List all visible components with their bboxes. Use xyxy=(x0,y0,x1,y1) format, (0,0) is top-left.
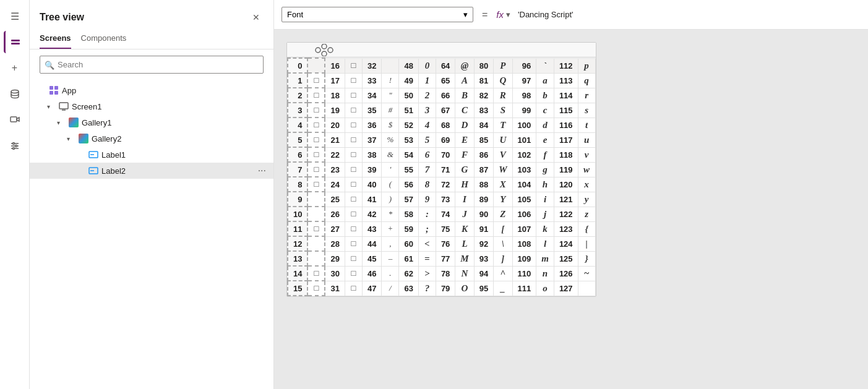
table-cell-num: 24 xyxy=(325,177,345,192)
table-cell-num: 74 xyxy=(436,207,455,221)
table-cell-glyph: = xyxy=(418,251,436,266)
table-cell-glyph: Z xyxy=(494,207,512,221)
table-cell-glyph: q xyxy=(578,73,595,88)
tree-item-label2[interactable]: Label2 ··· xyxy=(30,163,273,179)
content-area: 016□3248064@80P96`112p1□17□33!49165A81Q9… xyxy=(274,30,868,389)
table-cell-glyph: y xyxy=(578,192,595,207)
table-cell-num: 30 xyxy=(325,266,345,281)
table-cell-glyph: B xyxy=(455,88,474,103)
data-icon[interactable] xyxy=(4,83,26,105)
table-cell-glyph: $ xyxy=(382,118,399,132)
table-cell-glyph: □ xyxy=(307,147,325,162)
table-cell-glyph: ~ xyxy=(578,266,595,281)
table-cell-glyph: ( xyxy=(382,177,399,192)
table-cell-num: 92 xyxy=(474,236,493,251)
table-cell-num: 77 xyxy=(436,251,455,266)
table-cell-glyph: □ xyxy=(307,103,325,118)
svg-point-7 xyxy=(12,143,14,145)
table-cell-glyph: □ xyxy=(345,281,362,296)
more-options-icon[interactable]: ··· xyxy=(256,165,269,176)
tree-item-gallery2[interactable]: ▾ Gallery2 xyxy=(30,130,273,147)
table-cell-num: 23 xyxy=(325,162,345,177)
table-cell-num: 124 xyxy=(554,236,578,251)
gallery1-label: Gallery1 xyxy=(82,118,269,127)
table-cell-num: 39 xyxy=(362,162,381,177)
table-cell-glyph: ? xyxy=(418,281,436,296)
table-cell-num: 45 xyxy=(362,251,381,266)
table-cell-glyph: □ xyxy=(345,58,362,73)
label1-icon xyxy=(88,149,99,160)
table-cell-num: 63 xyxy=(399,281,418,296)
tree-view-title: Tree view xyxy=(40,12,84,23)
table-cell-num: 65 xyxy=(436,73,455,88)
table-cell-num: 57 xyxy=(399,192,418,207)
table-cell-glyph: □ xyxy=(345,88,362,103)
tree-item-gallery1[interactable]: ▾ Gallery1 xyxy=(30,114,273,130)
tree-header: Tree view ✕ xyxy=(30,0,273,30)
table-cell-glyph: < xyxy=(418,236,436,251)
table-cell-glyph: □ xyxy=(345,103,362,118)
table-cell-glyph: □ xyxy=(345,147,362,162)
table-cell-num: 36 xyxy=(362,118,381,132)
hamburger-menu-icon[interactable]: ☰ xyxy=(4,5,26,27)
table-cell-glyph: □ xyxy=(345,236,362,251)
table-cell-glyph: A xyxy=(455,73,474,88)
table-cell-num: 84 xyxy=(474,118,493,132)
table-cell-num: 70 xyxy=(436,147,455,162)
table-cell-glyph: e xyxy=(536,132,554,147)
search-input[interactable] xyxy=(40,56,264,74)
table-cell-glyph: " xyxy=(382,88,399,103)
table-cell-glyph: □ xyxy=(345,132,362,147)
svg-point-8 xyxy=(15,145,17,147)
svg-rect-3 xyxy=(11,117,17,122)
table-cell-num: 58 xyxy=(399,207,418,221)
screen1-label: Screen1 xyxy=(72,102,269,111)
table-cell-glyph: □ xyxy=(345,207,362,221)
table-cell-glyph: 5 xyxy=(418,132,436,147)
table-cell-num: 126 xyxy=(554,266,578,281)
table-cell-glyph: – xyxy=(382,251,399,266)
table-cell-num: 33 xyxy=(362,73,381,88)
svg-rect-0 xyxy=(11,40,20,41)
table-cell-num: 101 xyxy=(512,132,536,147)
table-cell-num: 85 xyxy=(474,132,493,147)
table-cell-glyph: _ xyxy=(494,281,512,296)
dropdown-chevron-icon: ▾ xyxy=(463,10,468,19)
table-cell-num: 69 xyxy=(436,132,455,147)
tree-item-label1[interactable]: Label1 xyxy=(30,147,273,163)
tab-components[interactable]: Components xyxy=(81,30,127,49)
table-cell-glyph: [ xyxy=(494,221,512,236)
font-dropdown[interactable]: Font ▾ xyxy=(281,7,473,22)
label1-label: Label1 xyxy=(101,150,269,160)
table-cell-num: 60 xyxy=(399,236,418,251)
tree-item-screen1[interactable]: ▾ Screen1 xyxy=(30,98,273,114)
table-cell-num: 28 xyxy=(325,236,345,251)
table-cell-num: 122 xyxy=(554,207,578,221)
close-button[interactable]: ✕ xyxy=(249,10,264,25)
tree-item-app[interactable]: App xyxy=(30,82,273,98)
layers-icon[interactable] xyxy=(4,31,26,53)
formula-chevron-icon[interactable]: ▾ xyxy=(506,10,510,19)
table-cell-num: 44 xyxy=(362,236,381,251)
search-icon: 🔍 xyxy=(45,60,54,69)
tree-tabs: Screens Components xyxy=(30,30,273,49)
add-icon[interactable]: + xyxy=(4,57,26,79)
table-cell-glyph: □ xyxy=(345,192,362,207)
table-cell-glyph: ^ xyxy=(494,266,512,281)
table-cell-num: 26 xyxy=(325,207,345,221)
tab-screens[interactable]: Screens xyxy=(40,30,71,49)
media-icon[interactable] xyxy=(4,109,26,131)
table-cell-num: 72 xyxy=(436,177,455,192)
table-cell-num: 9 xyxy=(288,192,307,207)
table-cell-num: 73 xyxy=(436,192,455,207)
svg-rect-10 xyxy=(49,86,53,90)
table-cell-glyph: E xyxy=(455,132,474,147)
table-cell-num: 17 xyxy=(325,73,345,88)
svg-rect-12 xyxy=(49,91,53,95)
table-cell-glyph: □ xyxy=(345,251,362,266)
controls-icon[interactable] xyxy=(4,135,26,157)
table-cell-glyph: C xyxy=(455,103,474,118)
table-cell-num: 110 xyxy=(512,266,536,281)
svg-rect-13 xyxy=(54,91,58,95)
svg-point-21 xyxy=(328,48,333,53)
